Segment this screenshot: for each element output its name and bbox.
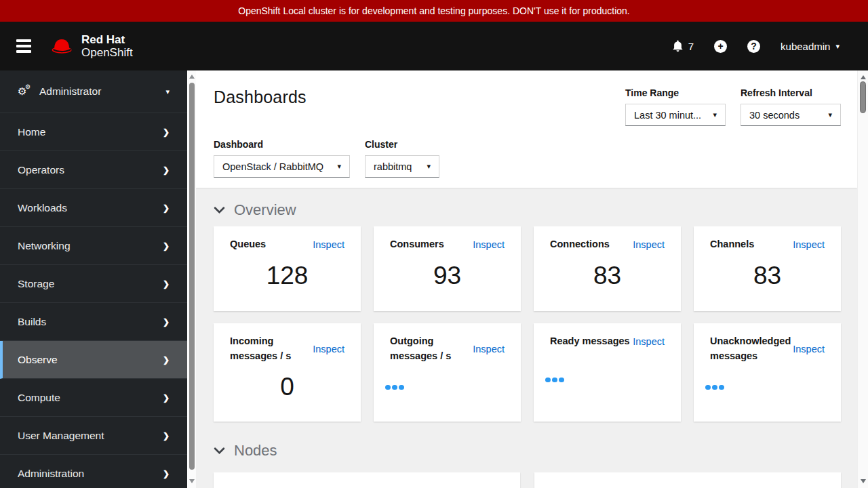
bell-icon (672, 40, 684, 52)
notifications-button[interactable]: 7 (672, 40, 694, 52)
cluster-label: Cluster (365, 139, 439, 150)
page-title: Dashboards (214, 87, 307, 107)
inspect-link[interactable]: Inspect (793, 239, 825, 250)
outgoing-messages-card: Outgoing messages / s Inspect (374, 323, 521, 422)
caret-down-icon: ▾ (835, 42, 840, 51)
overview-section-title: Overview (234, 201, 296, 219)
sidebar-nav: ⚙⚙ Administrator ▾ Home ❯ Operators ❯ Wo… (0, 70, 187, 488)
caret-down-icon: ▾ (828, 110, 832, 119)
add-plus-button[interactable]: + (714, 40, 727, 53)
sidebar-item-workloads[interactable]: Workloads ❯ (0, 189, 187, 227)
brand-line2: OpenShift (81, 46, 133, 59)
chevron-down-icon (214, 205, 225, 216)
nodes-card-right (534, 472, 841, 488)
refresh-interval-filter: Refresh Interval 30 seconds ▾ (741, 87, 841, 126)
caret-down-icon: ▾ (427, 162, 431, 171)
inspect-link[interactable]: Inspect (633, 239, 665, 250)
perspective-switcher[interactable]: ⚙⚙ Administrator ▾ (0, 70, 187, 113)
loading-dots (545, 349, 665, 411)
cluster-filter: Cluster rabbitmq ▾ (365, 139, 439, 178)
caret-down-icon: ▾ (165, 87, 170, 96)
cluster-warning-banner: OpenShift Local cluster is for developme… (0, 0, 868, 22)
inspect-link[interactable]: Inspect (473, 239, 505, 250)
inspect-link[interactable]: Inspect (633, 336, 665, 347)
dashboard-filter: Dashboard OpenStack / RabbitMQ ▾ (214, 139, 350, 178)
sidebar-item-storage[interactable]: Storage ❯ (0, 265, 187, 303)
notification-count: 7 (688, 41, 694, 52)
overview-section-toggle[interactable]: Overview (214, 201, 841, 219)
banner-message: OpenShift Local cluster is for developme… (238, 5, 630, 16)
username: kubeadmin (781, 41, 830, 52)
nodes-section-toggle[interactable]: Nodes (214, 442, 841, 460)
redhat-fedora-icon (50, 37, 75, 56)
chevron-right-icon: ❯ (163, 203, 170, 213)
refresh-interval-select[interactable]: 30 seconds ▾ (741, 104, 841, 126)
cogs-icon: ⚙⚙ (18, 85, 31, 98)
inspect-link[interactable]: Inspect (313, 344, 344, 354)
card-value: 83 (550, 252, 665, 300)
sidebar-item-user-management[interactable]: User Management ❯ (0, 417, 187, 455)
dashboard-body: Overview Queues Inspect 128 Consumers In… (196, 188, 857, 488)
dashboards-page: Dashboards Time Range Last 30 minut... ▾… (196, 70, 857, 488)
scroll-down-arrow-icon[interactable] (861, 479, 866, 483)
sidebar-scrollbar-thumb[interactable] (189, 83, 195, 470)
brand-line1: Red Hat (81, 33, 133, 46)
loading-dots (385, 364, 505, 411)
channels-card: Channels Inspect 83 (694, 226, 841, 311)
user-menu[interactable]: kubeadmin ▾ (781, 41, 840, 52)
chevron-right-icon: ❯ (163, 469, 170, 479)
incoming-messages-card: Incoming messages / s Inspect 0 (214, 323, 361, 422)
inspect-link[interactable]: Inspect (313, 239, 344, 250)
chevron-right-icon: ❯ (163, 355, 170, 365)
cluster-select[interactable]: rabbitmq ▾ (365, 155, 439, 178)
scroll-down-arrow-icon[interactable] (189, 479, 195, 483)
queues-card: Queues Inspect 128 (214, 226, 361, 311)
time-range-label: Time Range (625, 87, 726, 98)
main-scrollbar[interactable] (857, 70, 868, 488)
nodes-section-title: Nodes (234, 442, 277, 460)
redhat-openshift-logo[interactable]: Red Hat OpenShift (50, 33, 133, 59)
overview-cards-row2: Incoming messages / s Inspect 0 Outgoing… (214, 323, 841, 422)
chevron-right-icon: ❯ (163, 279, 170, 289)
openshift-console: OpenShift Local cluster is for developme… (0, 0, 868, 488)
time-range-filter: Time Range Last 30 minut... ▾ (625, 87, 726, 126)
masthead: Red Hat OpenShift 7 + ? kubeadmin ▾ (0, 22, 868, 70)
connections-card: Connections Inspect 83 (534, 226, 681, 311)
refresh-interval-label: Refresh Interval (741, 87, 841, 98)
nodes-cards-row (214, 472, 841, 488)
sidebar-item-compute[interactable]: Compute ❯ (0, 379, 187, 417)
inspect-link[interactable]: Inspect (793, 344, 825, 354)
loading-dots (705, 364, 825, 411)
dashboard-label: Dashboard (214, 139, 350, 150)
chevron-down-icon (214, 445, 225, 457)
ready-messages-card: Ready messages Inspect (534, 323, 681, 422)
chevron-right-icon: ❯ (163, 393, 170, 403)
sidebar-scrollbar[interactable] (187, 70, 196, 488)
chevron-right-icon: ❯ (163, 431, 170, 441)
inspect-link[interactable]: Inspect (473, 344, 505, 354)
dashboard-select[interactable]: OpenStack / RabbitMQ ▾ (214, 155, 350, 178)
overview-cards-row1: Queues Inspect 128 Consumers Inspect 93 (214, 226, 841, 311)
unacknowledged-messages-card: Unacknowledged messages Inspect (694, 323, 841, 422)
sidebar-item-builds[interactable]: Builds ❯ (0, 303, 187, 341)
nav-toggle-hamburger-icon[interactable] (16, 37, 33, 56)
chevron-right-icon: ❯ (163, 317, 170, 327)
help-button[interactable]: ? (747, 40, 760, 53)
scroll-up-arrow-icon[interactable] (189, 75, 195, 79)
chevron-right-icon: ❯ (163, 165, 170, 175)
caret-down-icon: ▾ (337, 162, 341, 171)
card-value: 93 (390, 252, 505, 300)
main-scrollbar-thumb[interactable] (860, 81, 866, 113)
time-range-select[interactable]: Last 30 minut... ▾ (625, 104, 726, 126)
card-value: 0 (230, 364, 344, 411)
page-header: Dashboards Time Range Last 30 minut... ▾… (196, 70, 857, 188)
chevron-right-icon: ❯ (163, 241, 170, 251)
sidebar-item-administration[interactable]: Administration ❯ (0, 455, 187, 488)
card-value: 83 (710, 252, 825, 300)
scroll-up-arrow-icon[interactable] (861, 75, 866, 79)
consumers-card: Consumers Inspect 93 (374, 226, 521, 311)
sidebar-item-networking[interactable]: Networking ❯ (0, 227, 187, 265)
sidebar-item-home[interactable]: Home ❯ (0, 113, 187, 151)
sidebar-item-operators[interactable]: Operators ❯ (0, 151, 187, 189)
sidebar-item-observe[interactable]: Observe ❯ (0, 341, 187, 379)
